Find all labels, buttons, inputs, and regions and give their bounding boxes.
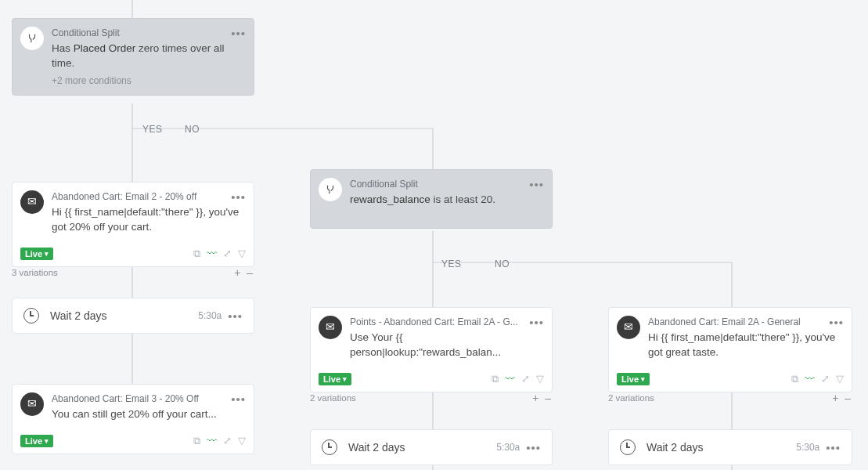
filter-icon[interactable]: ▽ [836, 373, 844, 385]
node-menu-button[interactable]: ••• [231, 25, 246, 42]
variations-count: 3 variations [12, 268, 58, 277]
conditional-split-rewards[interactable]: ••• Conditional Split rewards_balance is… [310, 169, 553, 229]
conditional-split-placed-order[interactable]: ••• Conditional Split Has Placed Order z… [12, 18, 254, 96]
add-remove-variation[interactable]: + – [532, 392, 553, 404]
node-type: Conditional Split [52, 27, 243, 40]
email-preview: Hi {{ first_name|default:"there" }}, you… [648, 331, 841, 360]
split-icon [319, 178, 342, 201]
node-menu-button[interactable]: ••• [526, 441, 541, 454]
clock-icon [23, 308, 39, 324]
wait-send-time: 5:30a [496, 442, 520, 453]
ab-test-icon[interactable]: ⧉ [492, 373, 499, 385]
expand-icon[interactable]: ⤢ [223, 248, 232, 260]
email-preview: You can still get 20% off your cart... [52, 407, 243, 422]
status-badge-live[interactable]: Live [20, 435, 53, 447]
mail-icon: ✉ [20, 190, 44, 214]
wait-node[interactable]: Wait 2 days 5:30a ••• [608, 429, 852, 465]
node-menu-button[interactable]: ••• [529, 314, 544, 331]
node-menu-button[interactable]: ••• [529, 176, 544, 193]
clock-icon [620, 439, 636, 455]
add-remove-variation[interactable]: + – [234, 266, 254, 279]
wait-duration: Wait 2 days [50, 309, 107, 322]
wait-node[interactable]: Wait 2 days 5:30a ••• [12, 298, 254, 334]
expand-icon[interactable]: ⤢ [521, 373, 530, 385]
mail-icon: ✉ [20, 392, 44, 416]
add-remove-variation[interactable]: + – [832, 392, 852, 404]
status-badge-live[interactable]: Live [20, 248, 53, 260]
variations-count: 2 variations [608, 393, 654, 403]
analytics-icon[interactable]: 〰 [207, 248, 217, 260]
email-node-points[interactable]: ✉ ••• Points - Abandoned Cart: Email 2A … [310, 307, 553, 392]
branch-no: NO [495, 258, 510, 269]
clock-icon [322, 439, 337, 455]
flow-canvas: ••• Conditional Split Has Placed Order z… [0, 0, 868, 470]
ab-test-icon[interactable]: ⧉ [791, 373, 798, 385]
email-title: Points - Abandoned Cart: Email 2A - G... [350, 316, 541, 329]
email-title: Abandoned Cart: Email 2 - 20% off [52, 190, 243, 204]
condition-text: rewards_balance is at least 20. [350, 193, 541, 208]
node-menu-button[interactable]: ••• [231, 391, 246, 407]
email-preview: Hi {{ first_name|default:"there" }}, you… [52, 205, 243, 235]
node-menu-button[interactable]: ••• [231, 189, 246, 205]
ab-test-icon[interactable]: ⧉ [193, 248, 200, 260]
more-conditions[interactable]: +2 more conditions [52, 74, 243, 88]
node-menu-button[interactable]: ••• [826, 441, 841, 454]
wait-send-time: 5:30a [796, 442, 819, 453]
expand-icon[interactable]: ⤢ [223, 435, 232, 447]
split-icon [20, 27, 44, 50]
status-badge-live[interactable]: Live [319, 373, 351, 385]
node-menu-button[interactable]: ••• [228, 309, 243, 323]
wait-duration: Wait 2 days [348, 441, 405, 454]
mail-icon: ✉ [617, 316, 640, 339]
branch-yes: YES [441, 258, 462, 269]
email-node-general[interactable]: ✉ ••• Abandoned Cart: Email 2A - General… [608, 307, 852, 392]
email-node-email2[interactable]: ✉ ••• Abandoned Cart: Email 2 - 20% off … [12, 182, 254, 267]
analytics-icon[interactable]: 〰 [207, 435, 217, 447]
email-node-email3[interactable]: ✉ ••• Abandoned Cart: Email 3 - 20% Off … [12, 384, 254, 454]
email-title: Abandoned Cart: Email 2A - General [648, 316, 841, 329]
expand-icon[interactable]: ⤢ [821, 373, 830, 385]
ab-test-icon[interactable]: ⧉ [193, 435, 200, 447]
status-badge-live[interactable]: Live [617, 373, 650, 385]
email-title: Abandoned Cart: Email 3 - 20% Off [52, 392, 243, 406]
condition-text: Has Placed Order zero times over all tim… [52, 42, 243, 71]
email-preview: Use Your {{ person|lookup:"rewards_balan… [350, 331, 541, 360]
analytics-icon[interactable]: 〰 [805, 373, 815, 385]
filter-icon[interactable]: ▽ [536, 373, 544, 385]
wait-node[interactable]: Wait 2 days 5:30a ••• [310, 429, 553, 465]
wait-duration: Wait 2 days [646, 441, 704, 454]
node-type: Conditional Split [350, 178, 541, 191]
wait-send-time: 5:30a [198, 310, 222, 321]
node-menu-button[interactable]: ••• [829, 314, 844, 331]
filter-icon[interactable]: ▽ [238, 248, 246, 260]
branch-no: NO [185, 124, 200, 135]
filter-icon[interactable]: ▽ [238, 435, 246, 447]
variations-count: 2 variations [310, 393, 356, 403]
analytics-icon[interactable]: 〰 [505, 373, 515, 385]
branch-yes: YES [142, 124, 163, 135]
mail-icon: ✉ [319, 316, 342, 339]
